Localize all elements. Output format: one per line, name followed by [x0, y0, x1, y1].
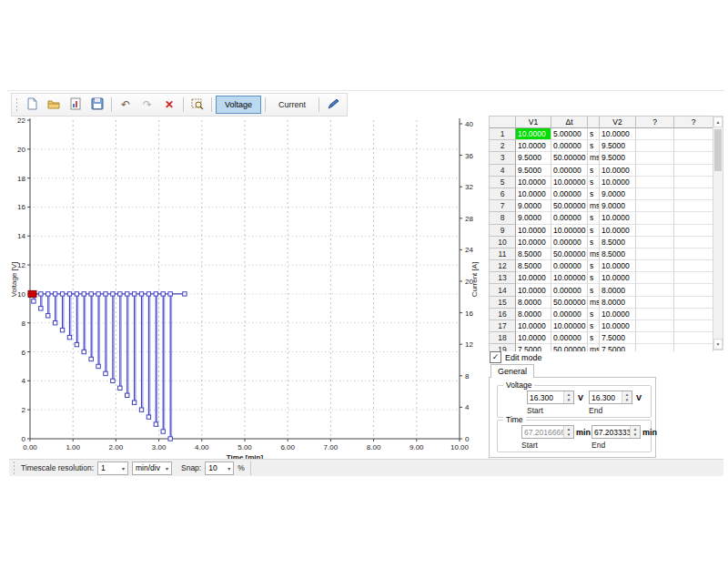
table-cell[interactable]: 10.0000 — [516, 237, 551, 248]
table-cell[interactable]: s — [588, 212, 600, 224]
row-header[interactable]: 9 — [490, 225, 516, 237]
time-end-spinner[interactable]: 67.2033333 ▲ ▼ — [592, 425, 641, 439]
table-cell[interactable]: s — [588, 188, 600, 200]
table-cell[interactable]: 10.0000 — [516, 332, 551, 344]
table-cell[interactable]: 50.00000 — [551, 152, 588, 164]
table-cell[interactable]: 9.0000 — [516, 212, 551, 224]
table-cell[interactable]: 10.0000 — [516, 188, 551, 200]
table-cell[interactable]: 50.00000 — [551, 344, 588, 351]
table-cell[interactable] — [674, 309, 713, 320]
row-header[interactable]: 6 — [490, 188, 516, 200]
table-cell[interactable] — [636, 344, 674, 351]
table-cell[interactable]: 7.5000 — [600, 344, 636, 351]
snap-combobox[interactable]: 10 ▾ — [205, 462, 234, 475]
row-header[interactable]: 10 — [490, 237, 516, 248]
table-cell[interactable]: 9.0000 — [600, 188, 636, 200]
table-cell[interactable] — [636, 297, 674, 309]
tab-general[interactable]: General — [490, 364, 534, 378]
table-cell[interactable] — [636, 284, 674, 296]
table-cell[interactable] — [636, 188, 674, 200]
row-header[interactable]: 5 — [490, 177, 516, 188]
voltage-end-value[interactable]: 16.300 — [590, 391, 622, 403]
table-cell[interactable]: 0.00000 — [551, 237, 588, 248]
table-cell[interactable] — [674, 165, 713, 177]
table-cell[interactable]: 0.00000 — [551, 332, 588, 344]
table-cell[interactable]: ms — [588, 152, 600, 164]
table-cell[interactable] — [636, 309, 674, 320]
table-cell[interactable]: 8.5000 — [516, 248, 551, 260]
spin-down-icon[interactable]: ▼ — [631, 432, 640, 439]
table-cell[interactable] — [674, 297, 713, 309]
table-cell[interactable] — [636, 200, 674, 212]
waveform-chart[interactable]: 02468101214161820220.001.002.003.004.005… — [9, 116, 485, 460]
voltage-view-button[interactable]: Voltage — [216, 96, 261, 114]
table-cell[interactable]: 10.0000 — [516, 128, 551, 140]
table-cell[interactable]: 8.5000 — [600, 248, 636, 260]
table-cell[interactable]: 0.00000 — [551, 260, 588, 272]
table-cell[interactable]: s — [588, 177, 600, 188]
table-cell[interactable] — [674, 260, 713, 272]
edit-mode-checkbox[interactable]: ✓ — [490, 351, 501, 363]
table-cell[interactable]: 9.5000 — [516, 152, 551, 164]
table-cell[interactable]: 0.00000 — [551, 309, 588, 320]
table-cell[interactable]: 10.0000 — [516, 284, 551, 296]
spinner-arrows[interactable]: ▲ ▼ — [622, 391, 632, 403]
table-cell[interactable]: 9.5000 — [516, 165, 551, 177]
row-header[interactable]: 1 — [490, 128, 516, 140]
save-button[interactable] — [87, 95, 107, 115]
table-cell[interactable]: 8.0000 — [600, 297, 636, 309]
table-cell[interactable] — [636, 272, 674, 284]
table-cell[interactable] — [636, 237, 674, 248]
table-cell[interactable]: 10.00000 — [551, 320, 588, 332]
table-cell[interactable]: 10.0000 — [600, 320, 636, 332]
table-cell[interactable]: s — [588, 237, 600, 248]
table-cell[interactable] — [636, 128, 674, 140]
table-cell[interactable]: 10.0000 — [600, 212, 636, 224]
table-cell[interactable]: 0.00000 — [551, 212, 588, 224]
current-view-button[interactable]: Current — [269, 96, 315, 114]
table-cell[interactable]: 10.0000 — [600, 309, 636, 320]
time-end-value[interactable]: 67.2033333 — [592, 426, 630, 438]
column-header[interactable] — [588, 117, 600, 128]
table-cell[interactable]: 10.00000 — [551, 177, 588, 188]
table-cell[interactable] — [674, 332, 713, 344]
table-cell[interactable]: s — [588, 332, 600, 344]
table-cell[interactable]: s — [588, 272, 600, 284]
resolution-unit-combobox[interactable]: min/div ▾ — [132, 462, 172, 475]
column-header[interactable] — [490, 117, 516, 128]
scrollbar-down-button[interactable]: ▼ — [713, 339, 723, 350]
table-cell[interactable]: 10.0000 — [600, 272, 636, 284]
voltage-start-spinner[interactable]: 16.300 ▲ ▼ — [527, 390, 574, 404]
row-header[interactable]: 16 — [490, 309, 516, 320]
table-cell[interactable]: 8.0000 — [516, 297, 551, 309]
table-cell[interactable]: 8.0000 — [516, 309, 551, 320]
table-cell[interactable]: s — [588, 260, 600, 272]
row-header[interactable]: 12 — [490, 260, 516, 272]
table-cell[interactable] — [636, 320, 674, 332]
table-cell[interactable] — [674, 225, 713, 237]
table-cell[interactable] — [636, 212, 674, 224]
resolution-combobox[interactable]: 1 ▾ — [97, 462, 128, 475]
table-cell[interactable]: 0.00000 — [551, 165, 588, 177]
table-cell[interactable]: 10.00000 — [551, 272, 588, 284]
row-header[interactable]: 15 — [490, 297, 516, 309]
spinner-arrows[interactable]: ▲ ▼ — [630, 426, 640, 438]
table-cell[interactable]: 9.5000 — [600, 152, 636, 164]
new-document-button[interactable] — [22, 95, 42, 115]
table-cell[interactable] — [674, 272, 713, 284]
table-cell[interactable]: 50.00000 — [551, 248, 588, 260]
redo-button[interactable]: ↷ — [137, 95, 157, 115]
table-cell[interactable]: 5.00000 — [551, 128, 588, 140]
table-scrollbar[interactable]: ▲ ▼ — [713, 116, 723, 350]
table-cell[interactable] — [636, 165, 674, 177]
table-cell[interactable] — [636, 248, 674, 260]
table-cell[interactable]: 9.5000 — [600, 140, 636, 152]
table-cell[interactable]: s — [588, 284, 600, 296]
table-cell[interactable]: ms — [588, 297, 600, 309]
sequence-table[interactable]: V1ΔtV2??110.00005.00000s10.0000210.00000… — [489, 116, 713, 351]
table-cell[interactable] — [674, 320, 713, 332]
bottom-toolbar-grip[interactable] — [13, 461, 15, 475]
column-header[interactable]: ? — [636, 117, 674, 128]
column-header[interactable]: V2 — [600, 117, 636, 128]
row-header[interactable]: 8 — [490, 212, 516, 224]
